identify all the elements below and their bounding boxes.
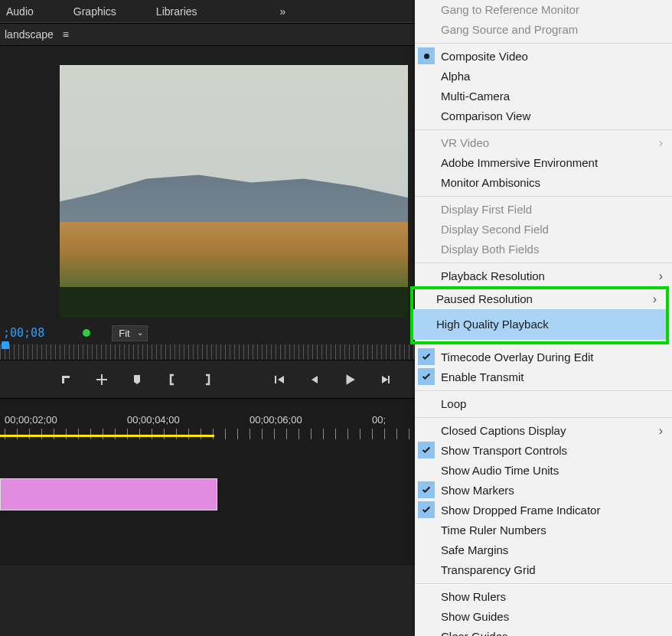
- check-icon: [418, 501, 435, 518]
- menu-separator: [415, 43, 672, 44]
- time-label: 00;00;04;00: [127, 414, 250, 426]
- menu-item-display-both-fields[interactable]: Display Both Fields: [415, 240, 672, 259]
- video-preview[interactable]: [60, 65, 408, 318]
- menu-item-loop[interactable]: Loop: [415, 394, 672, 414]
- menu-item-display-first-field[interactable]: Display First Field: [415, 200, 672, 220]
- menu-item-closed-captions[interactable]: Closed Captions Display: [415, 421, 672, 441]
- clip-body: [1, 479, 217, 510]
- zoom-fit-label: Fit: [119, 328, 129, 339]
- menu-item-show-rulers[interactable]: Show Rulers: [415, 587, 672, 607]
- menu-item-show-guides[interactable]: Show Guides: [415, 607, 672, 627]
- program-monitor-context-menu: Gang to Reference Monitor Gang Source an…: [415, 0, 672, 636]
- snap-icon[interactable]: [95, 373, 109, 386]
- check-icon: [418, 348, 435, 365]
- time-label: 00;00;06;00: [250, 414, 372, 426]
- highlight-annotation: Paused Resolution High Quality Playback: [410, 286, 669, 344]
- current-timecode[interactable]: ;00;08: [0, 326, 44, 340]
- out-bracket-icon[interactable]: [201, 373, 214, 386]
- menu-item-comparison-view[interactable]: Comparison View: [415, 106, 672, 126]
- menu-separator: [415, 129, 672, 130]
- playhead-icon[interactable]: [2, 341, 9, 349]
- menu-item-transparency-grid[interactable]: Transparency Grid: [415, 560, 672, 580]
- menu-item-immersive-env[interactable]: Adobe Immersive Environment: [415, 153, 672, 173]
- menu-item-show-transport[interactable]: Show Transport Controls: [415, 441, 672, 461]
- menu-item-enable-transmit[interactable]: Enable Transmit: [415, 367, 672, 387]
- video-clip[interactable]: [0, 478, 217, 510]
- tab-audio[interactable]: Audio: [6, 5, 34, 18]
- menu-item-safe-margins[interactable]: Safe Margins: [415, 540, 672, 560]
- menu-separator: [415, 417, 672, 418]
- radio-selected-icon: [418, 47, 435, 64]
- menu-item-time-ruler-numbers[interactable]: Time Ruler Numbers: [415, 520, 672, 540]
- work-area-bar[interactable]: [0, 435, 214, 437]
- menu-item-gang-source[interactable]: Gang Source and Program: [415, 20, 672, 40]
- menu-item-audio-time-units[interactable]: Show Audio Time Units: [415, 461, 672, 481]
- step-forward-icon[interactable]: [378, 373, 392, 386]
- svg-marker-5: [347, 374, 355, 385]
- menu-item-gang-reference[interactable]: Gang to Reference Monitor: [415, 0, 672, 20]
- menu-item-multicamera[interactable]: Multi-Camera: [415, 86, 672, 106]
- menu-item-monitor-ambisonics[interactable]: Monitor Ambisonics: [415, 173, 672, 193]
- tab-graphics[interactable]: Graphics: [73, 5, 116, 18]
- menu-item-playback-resolution[interactable]: Playback Resolution: [415, 266, 672, 286]
- menu-item-paused-resolution[interactable]: Paused Resolution: [413, 289, 666, 309]
- check-icon: [418, 368, 435, 385]
- time-label: 00;00;02;00: [5, 414, 127, 426]
- sequence-name: landscape: [5, 28, 54, 41]
- menu-item-timecode-overlay[interactable]: Timecode Overlay During Edit: [415, 347, 672, 367]
- svg-rect-1: [62, 376, 70, 378]
- menu-separator: [415, 263, 672, 263]
- svg-marker-3: [278, 376, 284, 383]
- menu-item-dropped-frame[interactable]: Show Dropped Frame Indicator: [415, 501, 672, 520]
- check-icon: [418, 442, 435, 458]
- menu-item-high-quality-playback[interactable]: High Quality Playback: [413, 309, 666, 340]
- marker-icon[interactable]: [130, 373, 144, 386]
- menu-item-display-second-field[interactable]: Display Second Field: [415, 220, 672, 240]
- svg-rect-7: [388, 376, 390, 383]
- menu-item-vr-video[interactable]: VR Video: [415, 133, 672, 153]
- menu-separator: [415, 583, 672, 584]
- menu-item-clear-guides[interactable]: Clear Guides: [415, 627, 672, 636]
- menu-separator: [415, 390, 672, 391]
- step-back-icon[interactable]: [308, 373, 321, 386]
- chevron-down-icon: ⌄: [137, 328, 143, 337]
- svg-marker-4: [312, 376, 318, 383]
- play-icon[interactable]: [343, 373, 357, 386]
- menu-separator: [415, 196, 672, 197]
- svg-marker-6: [382, 376, 388, 383]
- svg-rect-2: [275, 376, 276, 383]
- go-to-in-icon[interactable]: [272, 373, 286, 386]
- check-icon: [418, 481, 435, 498]
- mark-in-icon[interactable]: [60, 373, 73, 386]
- preview-foreground: [60, 287, 408, 318]
- overflow-chevron-icon[interactable]: »: [280, 5, 286, 18]
- menu-item-alpha[interactable]: Alpha: [415, 67, 672, 86]
- panel-menu-icon[interactable]: ≡: [63, 28, 69, 41]
- zoom-fit-select[interactable]: Fit ⌄: [112, 325, 147, 341]
- menu-item-show-markers[interactable]: Show Markers: [415, 481, 672, 501]
- in-bracket-icon[interactable]: [165, 373, 179, 386]
- menu-item-composite-video[interactable]: Composite Video: [415, 47, 672, 67]
- tab-libraries[interactable]: Libraries: [156, 5, 197, 18]
- record-indicator-icon: [83, 329, 90, 337]
